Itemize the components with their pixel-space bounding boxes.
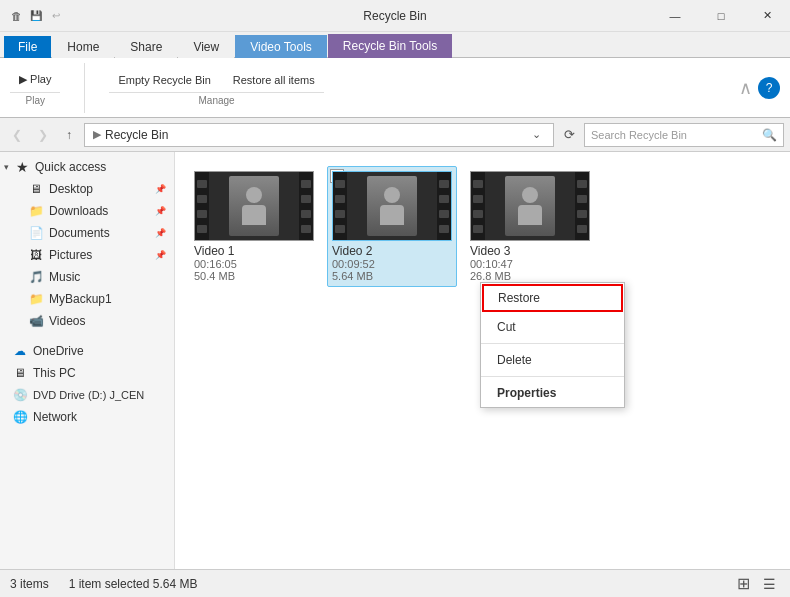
file-size-video1: 50.4 MB (194, 270, 314, 282)
ribbon-expand-icon[interactable]: ∧ (739, 77, 752, 99)
person-body-v2 (380, 205, 404, 225)
person-head-v2 (384, 187, 400, 203)
status-view-controls: ⊞ ☰ (732, 573, 780, 595)
refresh-button[interactable]: ⟳ (558, 124, 580, 146)
sidebar-item-music[interactable]: 🎵 Music (0, 266, 174, 288)
onedrive-icon: ☁ (12, 343, 28, 359)
file-info-video2: Video 2 00:09:52 5.64 MB (332, 244, 452, 282)
sidebar-label-pictures: Pictures (49, 248, 92, 262)
sidebar-label-videos: Videos (49, 314, 85, 328)
sidebar: ▾ ★ Quick access 🖥 Desktop 📌 📁 Downloads… (0, 152, 175, 569)
status-bar: 3 items 1 item selected 5.64 MB ⊞ ☰ (0, 569, 790, 597)
film-strip-left-v3 (471, 172, 485, 240)
main-layout: ▾ ★ Quick access 🖥 Desktop 📌 📁 Downloads… (0, 152, 790, 569)
view-details-button[interactable]: ☰ (758, 573, 780, 595)
search-icon: 🔍 (762, 128, 777, 142)
file-info-video1: Video 1 00:16:05 50.4 MB (194, 244, 314, 282)
ribbon: ▶ Play Play Empty Recycle Bin Restore al… (0, 58, 790, 118)
sidebar-item-this-pc[interactable]: 🖥 This PC (0, 362, 174, 384)
address-path: Recycle Bin (105, 128, 528, 142)
sidebar-item-downloads[interactable]: 📁 Downloads 📌 (0, 200, 174, 222)
sidebar-item-pictures[interactable]: 🖼 Pictures 📌 (0, 244, 174, 266)
title-bar-system-icons: 🗑 💾 ↩ (0, 8, 72, 24)
documents-icon: 📄 (28, 225, 44, 241)
person-silhouette-v3 (518, 187, 542, 225)
thumbnail-person-v3 (505, 176, 555, 236)
sidebar-label-music: Music (49, 270, 80, 284)
help-button[interactable]: ? (758, 77, 780, 99)
thumbnail-person (229, 176, 279, 236)
sidebar-item-desktop[interactable]: 🖥 Desktop 📌 (0, 178, 174, 200)
undo-icon[interactable]: ↩ (48, 8, 64, 24)
file-duration-video3: 00:10:47 (470, 258, 590, 270)
title-bar: 🗑 💾 ↩ Recycle Bin — □ ✕ (0, 0, 790, 32)
sidebar-item-quick-access[interactable]: ▾ ★ Quick access (0, 156, 174, 178)
app-icon: 🗑 (8, 8, 24, 24)
sidebar-item-documents[interactable]: 📄 Documents 📌 (0, 222, 174, 244)
maximize-button[interactable]: □ (698, 0, 744, 32)
person-body (242, 205, 266, 225)
sidebar-item-videos[interactable]: 📹 Videos (0, 310, 174, 332)
context-menu-item-properties[interactable]: Properties (481, 379, 624, 407)
file-item-video1[interactable]: Video 1 00:16:05 50.4 MB (189, 166, 319, 287)
sidebar-label-desktop: Desktop (49, 182, 93, 196)
back-button[interactable]: ❮ (6, 124, 28, 146)
sidebar-label-dvd-drive: DVD Drive (D:) J_CEN (33, 389, 144, 401)
sidebar-item-mybackup1[interactable]: 📁 MyBackup1 (0, 288, 174, 310)
ribbon-group-label-manage: Manage (109, 92, 323, 106)
tab-home[interactable]: Home (52, 35, 114, 58)
pictures-icon: 🖼 (28, 247, 44, 263)
sidebar-label-documents: Documents (49, 226, 110, 240)
context-menu-item-delete[interactable]: Delete (481, 346, 624, 374)
search-placeholder: Search Recycle Bin (591, 129, 758, 141)
tab-file[interactable]: File (4, 36, 51, 58)
person-head (246, 187, 262, 203)
minimize-button[interactable]: — (652, 0, 698, 32)
close-button[interactable]: ✕ (744, 0, 790, 32)
pin-icon-downloads: 📌 (155, 206, 166, 216)
context-menu-item-restore[interactable]: Restore (482, 284, 623, 312)
context-menu-divider (481, 343, 624, 344)
thumbnail-person-v2 (367, 176, 417, 236)
mybackup-icon: 📁 (28, 291, 44, 307)
sidebar-item-dvd-drive[interactable]: 💿 DVD Drive (D:) J_CEN (0, 384, 174, 406)
file-name-video3: Video 3 (470, 244, 590, 258)
address-bar: ❮ ❯ ↑ ▶ Recycle Bin ⌄ ⟳ Search Recycle B… (0, 118, 790, 152)
up-button[interactable]: ↑ (58, 124, 80, 146)
sidebar-label-onedrive: OneDrive (33, 344, 84, 358)
content-area: Video 1 00:16:05 50.4 MB ✓ (175, 152, 790, 569)
tab-recycle-bin-tools[interactable]: Recycle Bin Tools (328, 34, 453, 58)
forward-button[interactable]: ❯ (32, 124, 54, 146)
window-controls: — □ ✕ (652, 0, 790, 32)
view-large-icons-button[interactable]: ⊞ (732, 573, 754, 595)
sidebar-label-downloads: Downloads (49, 204, 108, 218)
save-icon[interactable]: 💾 (28, 8, 44, 24)
file-duration-video2: 00:09:52 (332, 258, 452, 270)
pin-icon-pictures: 📌 (155, 250, 166, 260)
play-button[interactable]: ▶ Play (10, 69, 60, 90)
file-size-video2: 5.64 MB (332, 270, 452, 282)
sidebar-label-network: Network (33, 410, 77, 424)
file-item-video2[interactable]: ✓ Video 2 (327, 166, 457, 287)
search-box[interactable]: Search Recycle Bin 🔍 (584, 123, 784, 147)
context-menu-item-cut[interactable]: Cut (481, 313, 624, 341)
tab-view[interactable]: View (178, 35, 234, 58)
empty-recycle-bin-button[interactable]: Empty Recycle Bin (109, 70, 219, 90)
file-thumbnail-video3 (470, 171, 590, 241)
restore-all-button[interactable]: Restore all items (224, 70, 324, 90)
film-strip-right (299, 172, 313, 240)
person-silhouette-v2 (380, 187, 404, 225)
file-item-video3[interactable]: Video 3 00:10:47 26.8 MB (465, 166, 595, 287)
tab-video-tools[interactable]: Video Tools (235, 35, 327, 58)
ribbon-tab-bar: File Home Share View Video Tools Recycle… (0, 32, 790, 58)
film-strip-left-v2 (333, 172, 347, 240)
desktop-icon: 🖥 (28, 181, 44, 197)
sidebar-item-onedrive[interactable]: ☁ OneDrive (0, 340, 174, 362)
videos-icon: 📹 (28, 313, 44, 329)
context-menu: Restore Cut Delete Properties (480, 282, 625, 408)
tab-share[interactable]: Share (115, 35, 177, 58)
music-icon: 🎵 (28, 269, 44, 285)
sidebar-item-network[interactable]: 🌐 Network (0, 406, 174, 428)
ribbon-group-manage: Empty Recycle Bin Restore all items Mana… (109, 70, 323, 106)
address-input[interactable]: ▶ Recycle Bin ⌄ (84, 123, 554, 147)
